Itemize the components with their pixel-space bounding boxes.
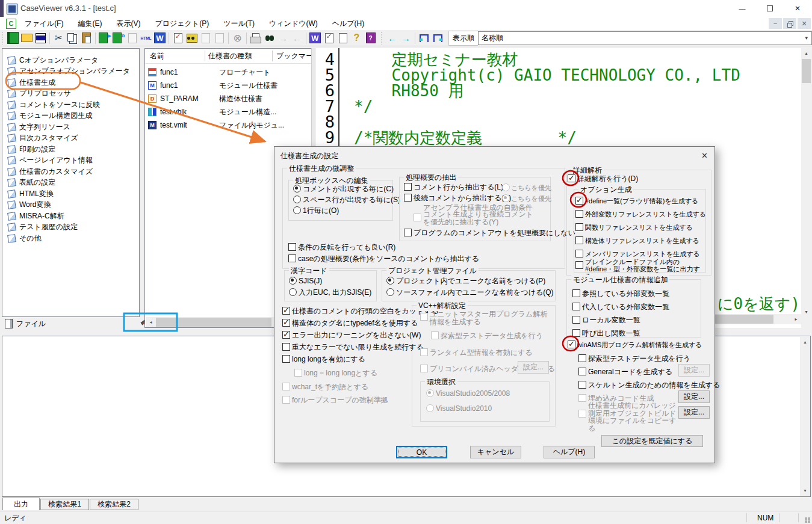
nav-back-icon[interactable]	[385, 31, 399, 45]
sidebar-item-print-settings[interactable]: 印刷の設定	[7, 144, 137, 155]
sidebar-item-html-convert[interactable]: HTML変換	[7, 188, 137, 200]
cut-icon[interactable]	[52, 31, 66, 45]
scroll-up-icon[interactable]: ▴	[801, 48, 811, 58]
list-item[interactable]: M test.vmlt ファイル内モジュ...	[148, 119, 311, 132]
checkbox-winams-explore-test[interactable]	[578, 354, 586, 362]
scroll-left-icon[interactable]: ◂	[146, 317, 156, 327]
scroll-down-icon[interactable]: ▾	[800, 485, 810, 496]
sidebar-item-spec-generation[interactable]: 仕様書生成	[7, 77, 137, 88]
find-icon[interactable]	[262, 31, 276, 45]
close-button[interactable]: ✕	[784, 0, 811, 17]
dialog-close-icon[interactable]: ×	[695, 147, 714, 164]
sidebar-item-others[interactable]: その他	[7, 233, 137, 244]
list-item[interactable]: test.vblk モジュール構造...	[148, 105, 311, 119]
checkbox-extract-comment-line[interactable]	[404, 183, 412, 191]
help-book-icon[interactable]	[364, 31, 377, 45]
radio-sjis[interactable]	[289, 277, 297, 285]
open-icon[interactable]	[20, 31, 34, 45]
sidebar-tab-file[interactable]: ファイル	[5, 316, 46, 331]
output-window-icon[interactable]	[308, 31, 322, 45]
radio-every-line[interactable]	[293, 206, 301, 214]
toolbar-gripper[interactable]	[381, 32, 384, 45]
output-vscrollbar[interactable]: ▴ ▾	[800, 337, 810, 496]
print-icon[interactable]	[249, 31, 262, 45]
resize-grip[interactable]	[805, 517, 807, 520]
sidebar-item-asm-option[interactable]: アセンブラオプションパラメータ	[7, 66, 137, 78]
checkbox-skeleton-info[interactable]	[578, 381, 586, 389]
editor-vscrollbar[interactable]: ▴ ▾	[801, 48, 811, 328]
list-item[interactable]: D ST_PARAM 構造体仕様書	[148, 92, 311, 105]
checkbox-cut-blank[interactable]	[282, 307, 290, 315]
sidebar-item-string-resource[interactable]: 文字列リソース	[7, 122, 137, 133]
sidebar-item-word-convert[interactable]: Word変換	[7, 200, 137, 211]
sidebar-item-page-layout[interactable]: ページレイアウト情報	[7, 155, 137, 167]
checkbox-case-summary[interactable]	[288, 254, 296, 262]
checkbox-no-warning[interactable]	[282, 331, 290, 339]
sidebar-item-cover-settings[interactable]: 表紙の設定	[7, 177, 137, 189]
next-function-icon[interactable]	[431, 31, 445, 45]
minimize-button[interactable]: —	[728, 0, 756, 17]
chevron-down-icon[interactable]: ▾	[805, 35, 808, 41]
scroll-up-icon[interactable]: ▴	[800, 337, 810, 347]
sidebar-item-misra-c[interactable]: MISRA-C解析	[7, 211, 137, 222]
new-project-icon[interactable]	[6, 31, 20, 45]
sidebar-item-toc-customize[interactable]: 目次カスタマイズ	[7, 133, 137, 144]
checkbox-referenced-externs[interactable]	[572, 289, 580, 297]
embed-code-settings-button[interactable]: 設定...	[678, 390, 710, 403]
radio-every-comment[interactable]	[293, 185, 301, 193]
menu-item-project[interactable]: プロジェクト(P)	[155, 19, 209, 29]
menu-item-window[interactable]: ウィンドウ(W)	[269, 19, 318, 29]
sidebar-item-reflect-comments[interactable]: コメントをソースに反映	[7, 99, 137, 111]
checkbox-called-functions[interactable]	[572, 329, 580, 337]
checkbox-do-detail-analysis[interactable]	[568, 174, 575, 182]
menu-item-view[interactable]: 表示(V)	[116, 19, 140, 29]
checkbox-assigned-externs[interactable]	[572, 303, 580, 310]
maximize-button[interactable]	[756, 0, 784, 17]
list-item[interactable]: func1 フローチャート	[148, 66, 311, 79]
radio-unique-in-project[interactable]	[386, 277, 394, 285]
checkbox-invert-condition[interactable]	[288, 243, 296, 251]
generate-spec-icon[interactable]	[98, 31, 111, 45]
sort-order-combobox[interactable]: 名称順 ▾	[478, 31, 812, 45]
next-doc-icon[interactable]	[322, 31, 336, 45]
checkbox-winams[interactable]	[568, 341, 575, 348]
checkbox-define-list[interactable]	[575, 197, 583, 205]
checkbox-continue-on-error[interactable]	[282, 343, 290, 351]
word-convert-icon[interactable]	[153, 31, 167, 45]
menu-item-tools[interactable]: ツール(T)	[223, 19, 255, 29]
menu-item-help[interactable]: ヘルプ(H)	[332, 19, 365, 29]
mdi-close-button[interactable]: ✕	[798, 18, 811, 29]
tab-search-result-1[interactable]: 検索結果1	[40, 499, 89, 510]
column-header-name[interactable]: 名前	[150, 52, 164, 60]
tab-search-result-2[interactable]: 検索結果2	[90, 499, 138, 510]
tab-output[interactable]: 出力	[2, 498, 40, 510]
nav-forward-icon[interactable]	[399, 31, 413, 45]
checkbox-extern-ref-list[interactable]	[575, 210, 583, 218]
help-icon[interactable]	[350, 31, 364, 45]
cancel-button[interactable]: キャンセル	[470, 446, 521, 458]
list-item[interactable]: M func1 モジュール仕様書	[148, 79, 311, 92]
ok-button[interactable]: OK	[396, 446, 447, 458]
radio-every-space-line[interactable]	[293, 196, 301, 203]
checkbox-func-ref-list[interactable]	[575, 223, 583, 231]
column-header-type[interactable]: 仕様書の種類	[208, 52, 252, 60]
sidebar-item-module-diagram[interactable]: モジュール構造図生成	[7, 111, 137, 122]
prev-function-icon[interactable]	[417, 31, 431, 45]
mdi-minimize-button[interactable]: −	[769, 18, 782, 29]
radio-euc[interactable]	[289, 288, 297, 296]
toolbar-gripper[interactable]	[2, 32, 5, 45]
sidebar-item-preprocessor[interactable]: プリプロセッサ	[7, 88, 137, 100]
scroll-right-icon[interactable]: ▸	[791, 314, 801, 324]
save-icon[interactable]	[34, 31, 48, 45]
prev-doc-icon[interactable]	[336, 31, 350, 45]
scroll-thumb[interactable]	[156, 318, 271, 327]
dialog-title-bar[interactable]: 仕様書生成の設定 ×	[274, 147, 714, 165]
checkbox-longlong[interactable]	[282, 355, 290, 363]
radio-unique-in-source[interactable]	[386, 288, 394, 296]
html-convert-icon[interactable]	[139, 31, 153, 45]
scroll-thumb[interactable]	[802, 59, 811, 83]
menu-item-edit[interactable]: 編集(E)	[78, 19, 102, 29]
generate-all-specs-icon[interactable]	[111, 31, 125, 45]
scroll-down-icon[interactable]: ▾	[801, 307, 811, 317]
checkbox-member-ref-list[interactable]	[575, 250, 583, 257]
